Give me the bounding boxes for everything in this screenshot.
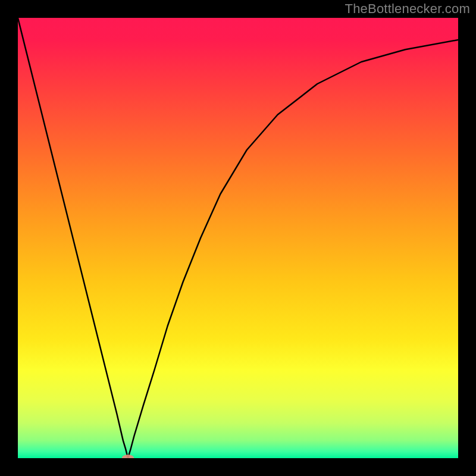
- chart-frame: TheBottlenecker.com: [0, 0, 476, 476]
- watermark-text: TheBottlenecker.com: [345, 1, 470, 17]
- gradient-background: [18, 18, 458, 458]
- chart-svg: [18, 18, 458, 458]
- plot-area: [18, 18, 458, 458]
